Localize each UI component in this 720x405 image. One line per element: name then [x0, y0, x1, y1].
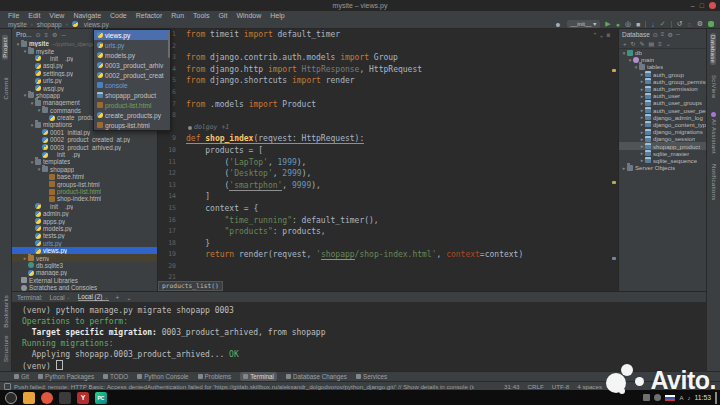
- breadcrumb-item[interactable]: mysite: [8, 21, 27, 28]
- toolwindow-tab-problems[interactable]: Problems: [198, 372, 232, 381]
- breadcrumb-item[interactable]: shopapp: [37, 21, 62, 28]
- menu-help[interactable]: Help: [270, 12, 284, 19]
- database-tree-item[interactable]: ▸auth_user_user_permissions: [619, 107, 706, 114]
- stripe-tab-bookmarks[interactable]: Bookmarks: [3, 295, 9, 328]
- line-number[interactable]: 16: [158, 215, 180, 227]
- project-tree-item[interactable]: ▾shopapp: [12, 166, 157, 173]
- scrollbar-info-mark[interactable]: [612, 257, 616, 260]
- project-tree-item[interactable]: models.py: [12, 225, 157, 232]
- settings-gear-icon[interactable]: ⚙: [697, 20, 703, 28]
- line-number[interactable]: 13: [158, 180, 180, 192]
- debug-icon[interactable]: ●: [616, 21, 620, 28]
- db-menu-icon[interactable]: ≡: [658, 41, 662, 47]
- db-view-icon[interactable]: ▤: [649, 40, 655, 47]
- hide-panel-icon[interactable]: ─: [61, 32, 65, 38]
- breadcrumb-item[interactable]: views.py: [84, 21, 109, 28]
- history-icon[interactable]: ↺: [677, 20, 683, 28]
- git-commit-icon[interactable]: ✓: [660, 20, 666, 28]
- menu-refactor[interactable]: Refactor: [136, 12, 162, 19]
- menu-navigate[interactable]: Navigate: [73, 12, 101, 19]
- maximize-button[interactable]: □: [700, 0, 704, 11]
- menu-window[interactable]: Window: [236, 12, 261, 19]
- yandex-browser-icon[interactable]: Y: [77, 392, 89, 404]
- line-number[interactable]: 14: [158, 191, 180, 203]
- expand-all-icon[interactable]: ≡: [45, 32, 49, 38]
- user-icon[interactable]: ☻: [554, 21, 561, 28]
- stripe-tab-commit[interactable]: Commit: [3, 77, 9, 99]
- coverage-icon[interactable]: ◎: [625, 20, 631, 28]
- project-tree-item[interactable]: __init__.py: [12, 151, 157, 158]
- database-tree-item[interactable]: ▸auth_user_groups: [619, 99, 706, 106]
- git-update-icon[interactable]: ↓: [651, 21, 655, 28]
- project-tree-item[interactable]: Scratches and Consoles: [12, 284, 157, 291]
- panel-settings-icon[interactable]: ⚙: [52, 31, 57, 38]
- line-number[interactable]: 10: [158, 145, 180, 157]
- indent-style[interactable]: 4 spaces: [577, 383, 602, 390]
- next-problem-icon[interactable]: ⌄: [600, 31, 604, 38]
- terminal-tab-local-2[interactable]: Local (2)⌄: [78, 293, 109, 301]
- stripe-tab-ai-assistant[interactable]: AI Assistant: [711, 119, 717, 154]
- line-separator[interactable]: CRLF: [528, 383, 544, 390]
- project-panel-title[interactable]: Pro...: [16, 31, 32, 38]
- line-number[interactable]: 9: [158, 133, 180, 145]
- project-tree-item[interactable]: base.html: [12, 173, 157, 180]
- scrollbar-warning-mark[interactable]: [612, 69, 616, 72]
- author-inlay-label[interactable]: dolgoy +1: [188, 122, 229, 134]
- database-tree-item[interactable]: ▸django_content_type: [619, 121, 706, 128]
- notifications-icon[interactable]: [708, 21, 714, 27]
- database-tree-item[interactable]: ▸auth_group: [619, 71, 706, 78]
- project-tree-item[interactable]: External Libraries: [12, 277, 157, 284]
- prev-problem-icon[interactable]: ⌃: [593, 31, 597, 38]
- database-tree-item[interactable]: ▸shopapp_product: [619, 142, 706, 149]
- minimize-button[interactable]: –: [691, 0, 695, 11]
- toolwindow-tab-database-changes[interactable]: Database Changes: [286, 372, 347, 381]
- stripe-tab-notifications[interactable]: Notifications: [711, 164, 717, 201]
- launcher-icon[interactable]: [5, 392, 17, 404]
- popup-item[interactable]: 0002_product_creat: [94, 70, 170, 80]
- popup-item[interactable]: product-list.html: [94, 100, 170, 110]
- database-tree-item[interactable]: ▾tables: [619, 63, 706, 70]
- code-editor[interactable]: 1from timeit import default_timer23from …: [158, 29, 618, 291]
- database-tree-item[interactable]: ▸django_migrations: [619, 128, 706, 135]
- line-number[interactable]: 17: [158, 226, 180, 238]
- inspection-menu-icon[interactable]: ≡: [606, 31, 610, 38]
- project-tree-item[interactable]: apps.py: [12, 217, 157, 224]
- locate-icon[interactable]: ⊙: [36, 31, 41, 38]
- project-tree-item[interactable]: tests.py: [12, 232, 157, 239]
- project-tree-item[interactable]: ▾templates: [12, 158, 157, 165]
- popup-item[interactable]: models.py: [94, 50, 170, 60]
- db-more-icon[interactable]: ⌄: [666, 40, 671, 47]
- terminal-dropdown-icon[interactable]: ⌄: [126, 294, 131, 301]
- line-number[interactable]: 12: [158, 168, 180, 180]
- pycharm-icon[interactable]: PC: [95, 392, 107, 404]
- toolwindow-tab-services[interactable]: Services: [356, 372, 387, 381]
- toolwindow-tab-todo[interactable]: TODO: [103, 372, 128, 381]
- popup-item[interactable]: views.py: [94, 30, 170, 40]
- db-collapse-icon[interactable]: ≡: [661, 31, 665, 37]
- line-number[interactable]: 19: [158, 249, 180, 261]
- file-encoding[interactable]: UTF-8: [552, 383, 570, 390]
- run-icon[interactable]: ▶: [605, 20, 610, 28]
- database-tree-item[interactable]: ▸auth_permission: [619, 85, 706, 92]
- popup-item[interactable]: urls.py: [94, 40, 170, 50]
- project-tree-item[interactable]: urls.py: [12, 240, 157, 247]
- run-config-dropdown[interactable]: __init__ ▾: [567, 20, 601, 28]
- ai-assistant-icon[interactable]: [711, 112, 716, 117]
- stripe-tab-sciview[interactable]: SciView: [711, 75, 717, 98]
- menu-tools[interactable]: Tools: [193, 12, 209, 19]
- database-tree-item[interactable]: ▾db: [619, 49, 706, 56]
- project-tree-item[interactable]: __init__.py: [12, 203, 157, 210]
- menu-edit[interactable]: Edit: [28, 12, 40, 19]
- project-tree-item[interactable]: product-list.html: [12, 188, 157, 195]
- close-button[interactable]: [709, 2, 716, 9]
- menu-run[interactable]: Run: [171, 12, 184, 19]
- menu-code[interactable]: Code: [110, 12, 127, 19]
- app-icon[interactable]: [59, 392, 71, 404]
- popup-item[interactable]: shopapp_product: [94, 90, 170, 100]
- database-tree-item[interactable]: ▸sqlite_sequence: [619, 157, 706, 164]
- toolwindow-tab-python-packages[interactable]: Python Packages: [38, 372, 94, 381]
- stripe-tab-project[interactable]: Project: [2, 35, 8, 60]
- project-tree-item[interactable]: views.py: [12, 247, 157, 254]
- toolwindow-tab-python-console[interactable]: Python Console: [137, 372, 188, 381]
- toolwindow-tab-git[interactable]: Git: [14, 372, 29, 381]
